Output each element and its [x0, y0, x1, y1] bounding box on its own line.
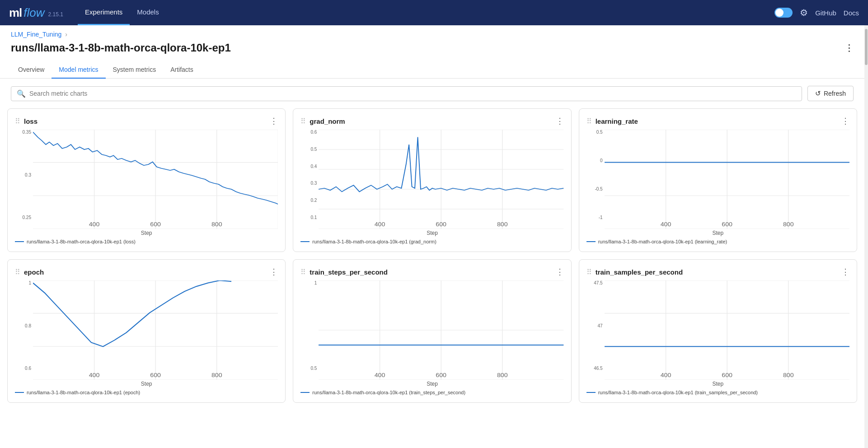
nav-experiments[interactable]: Experiments	[78, 0, 130, 25]
drag-handle-train-samples[interactable]: ⠿	[586, 268, 592, 276]
chart-learning-rate-menu[interactable]: ⋮	[841, 116, 849, 126]
nav-github[interactable]: GitHub	[815, 9, 836, 17]
chart-train-samples-menu[interactable]: ⋮	[841, 267, 849, 277]
breadcrumb: LLM_Fine_Tuning ›	[0, 25, 864, 40]
chart-loss: ⠿ loss ⋮ 0.35 0.3 0.25	[7, 108, 286, 252]
nav-right: ⚙ GitHub Docs	[774, 7, 859, 18]
page-content: LLM_Fine_Tuning › runs/llama-3-1-8b-math…	[0, 25, 864, 448]
chart-loss-svg: 400 600 800	[33, 130, 278, 229]
drag-handle-loss[interactable]: ⠿	[15, 117, 20, 126]
chart-train-samples-title-row: ⠿ train_samples_per_second	[586, 268, 683, 276]
svg-text:800: 800	[497, 372, 508, 378]
legend-label-grad-norm: runs/llama-3-1-8b-math-orca-qlora-10k-ep…	[312, 239, 436, 244]
svg-text:600: 600	[150, 221, 161, 228]
chart-learning-rate-title: learning_rate	[596, 117, 638, 125]
chart-train-steps-menu[interactable]: ⋮	[556, 267, 564, 277]
chart-loss-inner: 0.35 0.3 0.25	[15, 130, 278, 229]
svg-text:600: 600	[436, 372, 447, 378]
chart-train-steps-xlabel: Step	[300, 381, 563, 387]
svg-text:400: 400	[375, 372, 385, 378]
chart-train-samples-xlabel: Step	[586, 381, 849, 387]
legend-label-learning-rate: runs/llama-3-1-8b-math-orca-qlora-10k-ep…	[598, 239, 727, 244]
chart-learning-rate-legend: runs/llama-3-1-8b-math-orca-qlora-10k-ep…	[586, 239, 849, 244]
search-input[interactable]	[29, 90, 796, 97]
svg-text:800: 800	[211, 372, 222, 378]
chart-train-steps-inner: 1 0.5	[300, 280, 563, 380]
drag-handle-epoch[interactable]: ⠿	[15, 268, 20, 276]
search-box: 🔍	[11, 86, 802, 101]
svg-text:400: 400	[660, 221, 671, 228]
refresh-button[interactable]: ↺ Refresh	[807, 86, 854, 101]
more-options-icon[interactable]: ⋮	[845, 42, 854, 53]
chart-epoch: ⠿ epoch ⋮ 1 0.8 0.6	[7, 259, 286, 403]
svg-text:400: 400	[375, 221, 385, 228]
nav-links: Experiments Models	[78, 0, 166, 25]
chart-epoch-title: epoch	[24, 268, 44, 276]
svg-text:400: 400	[89, 372, 100, 378]
scrollbar-track[interactable]	[864, 25, 868, 448]
charts-grid: ⠿ loss ⋮ 0.35 0.3 0.25	[0, 108, 864, 410]
chart-train-steps-svg: 400 600 800	[319, 280, 563, 380]
chart-train-steps-title-row: ⠿ train_steps_per_second	[300, 268, 388, 276]
chart-learning-rate-svg: 400 600 800	[605, 130, 849, 229]
chart-train-samples: ⠿ train_samples_per_second ⋮ 47.5 47 46.…	[579, 259, 857, 403]
legend-line-train-steps	[300, 392, 310, 393]
legend-label-train-samples: runs/llama-3-1-8b-math-orca-qlora-10k-ep…	[598, 390, 758, 395]
svg-text:600: 600	[150, 372, 161, 378]
svg-text:800: 800	[783, 372, 794, 378]
chart-learning-rate-yaxis: 0.5 0 -0.5 -1	[586, 130, 603, 229]
chart-train-samples-title: train_samples_per_second	[596, 268, 683, 276]
chart-epoch-menu[interactable]: ⋮	[270, 267, 278, 277]
chart-learning-rate-xlabel: Step	[586, 230, 849, 236]
brand-ml-text: ml	[9, 6, 22, 20]
breadcrumb-parent[interactable]: LLM_Fine_Tuning	[11, 31, 61, 38]
chart-grad-norm-legend: runs/llama-3-1-8b-math-orca-qlora-10k-ep…	[300, 239, 563, 244]
chart-loss-legend: runs/llama-3-1-8b-math-orca-qlora-10k-ep…	[15, 239, 278, 244]
svg-text:600: 600	[436, 221, 447, 228]
drag-handle-learning-rate[interactable]: ⠿	[586, 117, 592, 126]
chart-loss-yaxis: 0.35 0.3 0.25	[15, 130, 31, 229]
svg-text:800: 800	[783, 221, 794, 228]
brand-flow-text: flow	[23, 6, 44, 20]
chart-train-samples-svg: 400 600 800	[605, 280, 849, 380]
navbar: mlflow 2.15.1 Experiments Models ⚙ GitHu…	[0, 0, 868, 25]
chart-train-samples-yaxis: 47.5 47 46.5	[586, 280, 603, 380]
drag-handle-train-steps[interactable]: ⠿	[300, 268, 306, 276]
legend-label-loss: runs/llama-3-1-8b-math-orca-qlora-10k-ep…	[27, 239, 136, 244]
refresh-icon: ↺	[815, 89, 821, 98]
legend-line-epoch	[15, 392, 24, 393]
tab-model-metrics[interactable]: Model metrics	[52, 61, 105, 79]
svg-text:800: 800	[497, 221, 508, 228]
chart-loss-header: ⠿ loss ⋮	[15, 116, 278, 126]
svg-text:400: 400	[89, 221, 100, 228]
toolbar: 🔍 ↺ Refresh	[0, 79, 864, 108]
nav-models[interactable]: Models	[130, 0, 166, 25]
tab-overview[interactable]: Overview	[11, 61, 52, 79]
svg-text:600: 600	[722, 221, 732, 228]
chart-loss-menu[interactable]: ⋮	[270, 116, 278, 126]
chart-grad-norm-menu[interactable]: ⋮	[556, 116, 564, 126]
nav-docs[interactable]: Docs	[844, 9, 859, 17]
chart-grad-norm-header: ⠿ grad_norm ⋮	[300, 116, 563, 126]
chart-epoch-svg: 400 600 800	[33, 280, 278, 380]
chart-epoch-yaxis: 1 0.8 0.6	[15, 280, 31, 380]
tab-system-metrics[interactable]: System metrics	[106, 61, 164, 79]
chart-learning-rate: ⠿ learning_rate ⋮ 0.5 0 -0.5 -1	[579, 108, 857, 252]
tab-artifacts[interactable]: Artifacts	[163, 61, 201, 79]
chart-train-samples-inner: 47.5 47 46.5	[586, 280, 849, 380]
gear-icon[interactable]: ⚙	[800, 7, 808, 18]
legend-line-train-samples	[586, 392, 596, 393]
svg-text:400: 400	[660, 372, 671, 378]
legend-line-loss	[15, 241, 24, 242]
chart-train-steps-legend: runs/llama-3-1-8b-math-orca-qlora-10k-ep…	[300, 390, 563, 395]
drag-handle-grad-norm[interactable]: ⠿	[300, 117, 306, 126]
chart-epoch-inner: 1 0.8 0.6	[15, 280, 278, 380]
search-icon: 🔍	[17, 89, 26, 98]
scrollbar-thumb[interactable]	[865, 29, 868, 65]
chart-epoch-legend: runs/llama-3-1-8b-math-orca-qlora-10k-ep…	[15, 390, 278, 395]
chart-grad-norm-inner: 0.6 0.5 0.4 0.3 0.2 0.1	[300, 130, 563, 229]
legend-line-learning-rate	[586, 241, 596, 242]
svg-text:800: 800	[211, 221, 222, 228]
chart-train-steps: ⠿ train_steps_per_second ⋮ 1 0.5	[293, 259, 571, 403]
theme-toggle[interactable]	[774, 8, 793, 18]
